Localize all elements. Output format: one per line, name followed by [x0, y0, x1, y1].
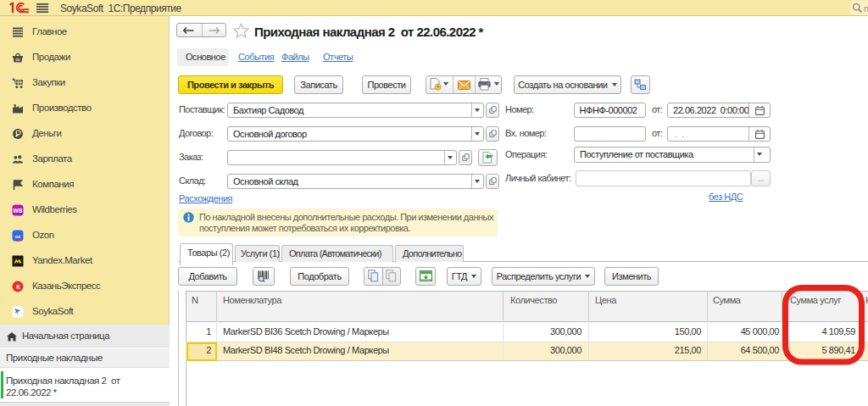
- svg-text:К: К: [16, 283, 20, 291]
- svg-text:WB: WB: [14, 208, 23, 214]
- svg-text:oz: oz: [15, 234, 21, 239]
